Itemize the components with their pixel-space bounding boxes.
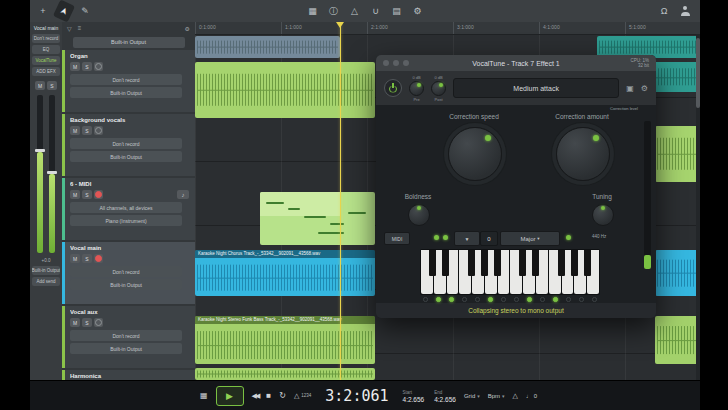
piano-key-black[interactable] — [571, 250, 578, 276]
strip-add-send-button[interactable]: Add send — [32, 277, 60, 286]
key-dot[interactable] — [540, 297, 545, 302]
stop-button[interactable]: ■ — [266, 391, 271, 400]
note-value-display[interactable]: ♩ 0 — [526, 393, 537, 399]
key-dot[interactable] — [566, 297, 571, 302]
playhead-line[interactable] — [340, 22, 341, 380]
snap-magnet-icon[interactable]: ∪ — [367, 3, 385, 19]
track-row-midi[interactable]: 6 - MIDI M S ♪ All channels, all devices… — [62, 178, 195, 240]
mute-button[interactable]: M — [70, 318, 80, 327]
metronome-icon[interactable]: △ — [346, 3, 364, 19]
key-dot[interactable] — [527, 297, 532, 302]
solo-button[interactable]: S — [82, 126, 92, 135]
strip-output-button[interactable]: Built-in Output — [32, 266, 60, 275]
plugin-titlebar[interactable]: VocalTune - Track 7 Effect 1 CPU: 1% 32 … — [376, 55, 656, 71]
track-list-icon[interactable]: ≡ — [78, 25, 82, 31]
step-sequencer-icon[interactable]: ▦ — [200, 391, 208, 400]
plugin-window-vocaltune[interactable]: VocalTune - Track 7 Effect 1 CPU: 1% 32 … — [376, 55, 656, 318]
scale-dropdown[interactable]: Major ▾ — [500, 231, 560, 246]
key-dot[interactable] — [475, 297, 480, 302]
scrollbar-thumb[interactable] — [696, 38, 700, 108]
grid-dropdown[interactable]: Grid ▾ — [464, 393, 480, 399]
piano-key-black[interactable] — [468, 250, 475, 276]
boldness-knob[interactable] — [408, 204, 430, 226]
pre-gain-knob[interactable] — [409, 81, 424, 96]
bpm-dropdown[interactable]: Bpm ▾ — [488, 393, 505, 399]
track-row-vocal-main[interactable]: Vocal main M S Don't record Built-in Out… — [62, 242, 195, 304]
step-editor-icon[interactable]: ▦ — [304, 3, 322, 19]
track-input-button[interactable]: Don't record — [70, 266, 182, 277]
mute-button[interactable]: M — [70, 190, 80, 199]
transpose-down-button[interactable]: ▼ — [454, 231, 480, 246]
vertical-scrollbar[interactable] — [696, 34, 700, 380]
audio-clip-vocal-aux-2[interactable] — [655, 316, 700, 364]
track-input-button[interactable]: Don't record — [70, 330, 182, 341]
piano-key-black[interactable] — [519, 250, 526, 276]
mute-button[interactable]: M — [70, 126, 80, 135]
record-arm-button[interactable] — [94, 254, 103, 263]
play-button[interactable]: ▶ — [216, 386, 244, 406]
strip-eq-button[interactable]: EQ — [32, 45, 60, 54]
master-output-button[interactable]: Built-in Output — [73, 37, 185, 48]
tuning-knob[interactable] — [592, 204, 614, 226]
strip-solo-button[interactable]: S — [47, 81, 57, 90]
track-row-vocal-aux[interactable]: Vocal aux M S Don't record Built-in Outp… — [62, 306, 195, 368]
track-row-harmonica[interactable]: Harmonica — [62, 370, 195, 380]
piano-key-black[interactable] — [481, 250, 488, 276]
key-dot[interactable] — [579, 297, 584, 302]
audio-clip-master[interactable] — [195, 36, 340, 58]
account-icon[interactable] — [676, 3, 694, 19]
track-output-button[interactable]: Built-in Output — [70, 279, 182, 290]
strip-record-mode-button[interactable]: Don't record — [32, 34, 60, 43]
mute-button[interactable]: M — [70, 254, 80, 263]
strip-mute-button[interactable]: M — [35, 81, 45, 90]
key-dot[interactable] — [488, 297, 493, 302]
fader-handle-left[interactable] — [35, 149, 45, 152]
solo-button[interactable]: S — [82, 318, 92, 327]
key-dot[interactable] — [462, 297, 467, 302]
piano-key-black[interactable] — [442, 250, 449, 276]
audio-clip-background-vocals[interactable] — [655, 126, 700, 182]
record-arm-button[interactable] — [94, 62, 103, 71]
correction-speed-knob[interactable] — [448, 127, 502, 181]
track-output-button[interactable]: Built-in Output — [70, 151, 182, 162]
key-dot[interactable] — [501, 297, 506, 302]
power-button[interactable] — [384, 79, 402, 97]
track-input-button[interactable]: All channels, all devices — [70, 202, 182, 213]
midi-clip-piano[interactable] — [260, 192, 375, 245]
piano-key-black[interactable] — [584, 250, 591, 276]
piano-key-black[interactable] — [558, 250, 565, 276]
volume-fader-right[interactable] — [49, 95, 55, 253]
loop-button[interactable]: ↻ — [279, 391, 286, 400]
timeline-ruler[interactable]: 0:1:000 1:1:000 2:1:000 3:1:000 4:1:000 … — [195, 22, 700, 35]
audio-clip-vocal-main-2[interactable] — [655, 250, 700, 296]
settings-wrench-icon[interactable]: ⚙ — [409, 3, 427, 19]
mixer-view-icon[interactable]: ▤ — [388, 3, 406, 19]
record-arm-button[interactable] — [94, 318, 103, 327]
audio-clip-harmonica[interactable] — [195, 368, 375, 380]
add-track-icon[interactable]: + — [34, 3, 52, 19]
piano-key-black[interactable] — [532, 250, 539, 276]
key-dot[interactable] — [514, 297, 519, 302]
piano-key-black[interactable] — [429, 250, 436, 276]
preset-selector[interactable]: Medium attack — [453, 78, 619, 98]
post-gain-knob[interactable] — [431, 81, 446, 96]
track-input-button[interactable]: Don't record — [70, 74, 182, 85]
time-display[interactable]: 3:2:061 — [325, 387, 388, 405]
volume-fader-left[interactable] — [37, 95, 43, 253]
solo-button[interactable]: S — [82, 254, 92, 263]
rewind-button[interactable]: ◀◀ — [252, 392, 259, 400]
audio-clip-vocal-main[interactable]: Karaoke Night Chorus Track_-_53342__9020… — [195, 250, 375, 296]
solo-button[interactable]: S — [82, 190, 92, 199]
end-value[interactable]: 4:2.656 — [434, 396, 456, 403]
fader-handle-right[interactable] — [47, 171, 57, 174]
track-output-button[interactable]: Built-in Output — [70, 343, 182, 354]
solo-button[interactable]: S — [82, 62, 92, 71]
piano-key-black[interactable] — [494, 250, 501, 276]
key-dot[interactable] — [553, 297, 558, 302]
midi-input-button[interactable]: MIDI — [384, 232, 410, 245]
plugin-settings-gear-icon[interactable]: ⚙ — [641, 84, 648, 93]
track-input-button[interactable]: Don't record — [70, 138, 182, 149]
track-row-organ[interactable]: Organ M S Don't record Built-in Output — [62, 50, 195, 112]
save-preset-icon[interactable]: ▣ — [626, 84, 634, 93]
correction-amount-knob[interactable] — [556, 127, 610, 181]
